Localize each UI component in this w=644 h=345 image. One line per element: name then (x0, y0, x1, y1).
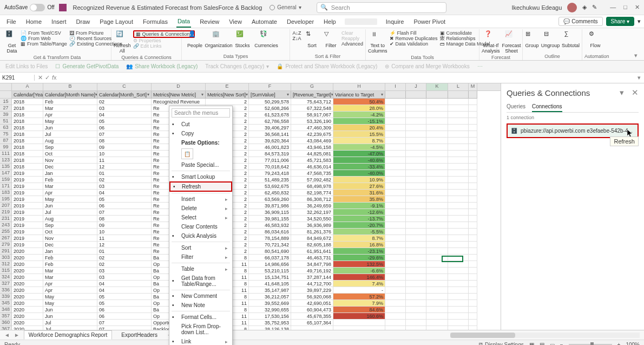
zoom-out-button[interactable]: − (560, 342, 563, 345)
table-row[interactable]: 1712019Mar03Re253,692,67568,498,97827.6% (0, 183, 501, 190)
column-headers[interactable]: A B C D E F G H I J K L M (0, 83, 501, 91)
table-row[interactable]: 3242020Mar03Op1115,134,75137,287,144146.… (0, 274, 501, 281)
edit-links-files[interactable]: Edit Links to Files (5, 63, 48, 69)
data-validation-button[interactable]: ✔ Data Validation (390, 41, 438, 47)
row-number[interactable]: 87 (0, 138, 12, 144)
table-row[interactable]: 1112018Oct10Re284,573,31944,825,081-47.0… (0, 151, 501, 157)
context-menu-item[interactable]: Delete▸ (169, 204, 232, 213)
display-settings-button[interactable]: 🖥 Display Settings (478, 342, 523, 345)
row-number[interactable]: 312 (0, 261, 12, 268)
row-number[interactable]: 345 (0, 300, 12, 307)
ribbon-expand-icon[interactable]: ▾ (631, 51, 641, 60)
horizontal-scrollbar[interactable] (450, 333, 640, 338)
data-type-people[interactable]: 👤People (184, 30, 206, 49)
compare-merge[interactable]: ⊜ Compare and Merge Workbooks (385, 63, 469, 69)
context-menu-item[interactable]: •Quick Analysis (169, 231, 232, 240)
context-menu-item[interactable]: Table▸ (169, 264, 232, 274)
connection-item[interactable]: 🗄️ pbiazure://api.powerbi.com e3efaebe-5… (507, 123, 639, 138)
share-button[interactable]: Share ▾ (606, 17, 634, 26)
view-normal-icon[interactable]: ▦ (529, 342, 534, 345)
row-number[interactable]: 255 (0, 229, 12, 235)
table-row[interactable]: 632018Jun06Re239,406,29747,460,30920.4% (0, 125, 501, 131)
table-header[interactable]: Calendar[Month_Sort]▾ (97, 91, 152, 99)
context-menu-item[interactable]: •New Note (169, 301, 232, 310)
row-number[interactable]: 159 (0, 177, 12, 183)
forecast-sheet-button[interactable]: 📈Forecast Sheet (502, 30, 521, 54)
name-box[interactable]: K291 (0, 75, 35, 81)
row-number[interactable]: 39 (0, 112, 12, 118)
worksheet-grid[interactable]: A B C D E F G H I J K L M Calendar[Year]… (0, 83, 501, 330)
select-all-button[interactable] (0, 91, 12, 99)
tab-developer[interactable]: Developer (286, 16, 315, 27)
maximize-button[interactable]: □ (623, 4, 627, 11)
table-row[interactable]: 3392020May05Ba836,212,05756,920,06857.2% (0, 294, 501, 300)
advanced-filter-button[interactable]: Advanced (341, 41, 363, 47)
table-row[interactable]: 992018Sep09Re246,001,82343,946,158-4.5% (0, 144, 501, 151)
table-header[interactable]: Calendar[Month Name]▾ (43, 91, 97, 99)
context-menu-item[interactable]: •Smart Lookup (169, 172, 232, 181)
table-row[interactable]: 2192019Jul07Re236,909,11532,262,197-12.6… (0, 209, 501, 216)
table-row[interactable]: 152018Feb02Recognized Revenue250,299,578… (0, 99, 501, 105)
view-page-layout-icon[interactable]: ▤ (540, 342, 544, 345)
tab-inquire[interactable]: Inquire (385, 16, 405, 27)
table-row[interactable]: 872018Aug08Re239,620,36443,084,4698.7% (0, 138, 501, 144)
from-text-csv-button[interactable]: 📄 From Text/CSV (21, 30, 67, 36)
refresh-all-button[interactable]: 🔄 Refresh All (114, 30, 131, 54)
context-menu-item[interactable]: Sort▸ (169, 243, 232, 252)
comments-button[interactable]: 💬 Comments (558, 17, 602, 26)
row-number[interactable]: 207 (0, 203, 12, 209)
diamond-icon[interactable]: ◈ (582, 4, 587, 11)
reapply-button[interactable]: Reapply (341, 36, 363, 41)
context-menu-item[interactable]: •Copy (169, 129, 232, 138)
table-row[interactable]: 1472019Jan01Re279,243,41847,568,735-40.0… (0, 170, 501, 177)
text-to-columns-button[interactable]: ⫼Text to Columns (368, 30, 387, 54)
data-type-organization[interactable]: 🏢Organization (208, 30, 229, 49)
flash-fill-button[interactable]: ⚡ Flash Fill (390, 30, 438, 36)
sheet-nav-next[interactable]: ► (14, 332, 19, 338)
panel-collapse-icon[interactable]: ▾ (620, 88, 624, 97)
context-menu-item[interactable]: Clear Contents (169, 222, 232, 231)
row-number[interactable]: 367 (0, 326, 12, 330)
tab-data[interactable]: Data (176, 16, 191, 28)
table-row[interactable]: 3272020Apr04Ba841,648,10544,712,7007.4% (0, 281, 501, 287)
remove-duplicates-button[interactable]: ✖ Remove Duplicates (390, 36, 438, 41)
pencil-icon[interactable]: ✎ (592, 4, 597, 11)
context-menu-item[interactable]: •Cut (169, 120, 232, 129)
context-menu-item[interactable]: •New Comment (169, 291, 232, 301)
row-number[interactable]: 303 (0, 255, 12, 261)
row-number[interactable]: 63 (0, 125, 12, 131)
view-page-break-icon[interactable]: ▭ (550, 342, 555, 345)
data-type-currencies[interactable]: 💱Currencies (255, 30, 277, 49)
search-input[interactable]: 🔍 Search (317, 2, 446, 13)
table-row[interactable]: 752018Jul07Re236,568,14142,239,67515.5% (0, 131, 501, 138)
zoom-in-button[interactable]: + (617, 342, 621, 345)
context-menu-item[interactable]: Filter▸ (169, 252, 232, 262)
row-number[interactable]: 123 (0, 157, 12, 164)
sheet-nav-prev[interactable]: ◄ (4, 332, 10, 338)
table-row[interactable]: 2792019Dec12Re270,721,34282,605,18816.8% (0, 242, 501, 248)
protect-share-legacy[interactable]: 🔒 Protect and Share Workbook (Legacy) (277, 63, 377, 69)
queries-tab[interactable]: Queries (507, 102, 525, 112)
tab-file[interactable]: File (5, 16, 17, 27)
sensitivity-label[interactable]: General ▾ (270, 4, 301, 10)
table-row[interactable]: 2072019Jun06Re239,871,98636,249,659-9.1% (0, 203, 501, 209)
get-data-button[interactable]: 🗄️ Get Data (5, 30, 18, 54)
table-header[interactable]: Metrics[New Sort]▾ (206, 91, 249, 99)
row-number[interactable]: 243 (0, 222, 12, 229)
row-number[interactable]: 183 (0, 190, 12, 196)
flow-button[interactable]: ⚙Flow (584, 30, 606, 49)
table-header[interactable]: Variance to Target▾ (333, 91, 385, 99)
formula-expand-icon[interactable]: ▾ (634, 74, 644, 81)
table-row[interactable]: 2672019Nov11Re278,154,88984,949,6728.7% (0, 235, 501, 242)
table-row[interactable]: 3602020Jul07Opportunities1135,752,95365,… (0, 320, 501, 326)
table-header[interactable]: [SumValue]▾ (249, 91, 291, 99)
connections-tab[interactable]: Connections (532, 102, 562, 112)
table-row[interactable]: 2432019Sep09Re246,583,93236,936,989-20.7… (0, 222, 501, 229)
cancel-formula-icon[interactable]: ✕ (38, 74, 43, 81)
table-row[interactable]: 3122020Feb02Op1114,986,65634,847,798132.… (0, 261, 501, 268)
row-number[interactable]: 171 (0, 183, 12, 190)
group-button[interactable]: ⊞Group (525, 30, 539, 49)
sheet-tab-active[interactable]: Workforce Demographics Report (24, 330, 112, 340)
tab-power-pivot[interactable]: Power Pivot (412, 16, 446, 27)
row-number[interactable]: 327 (0, 281, 12, 287)
